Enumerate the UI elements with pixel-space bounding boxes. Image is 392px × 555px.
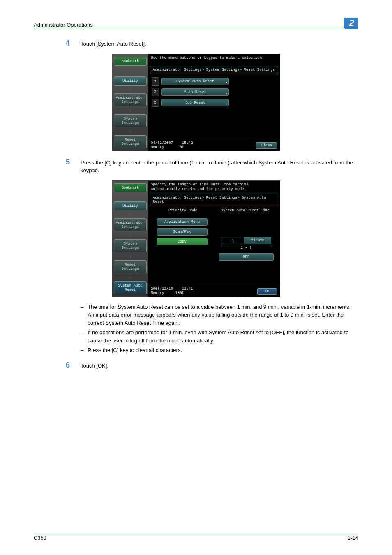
menu-number-3: 3 <box>152 99 159 107</box>
system-auto-reset-button[interactable]: System Auto Reset <box>161 78 229 85</box>
admin-settings-button[interactable]: Administrator Settings <box>114 218 147 231</box>
utility-button[interactable]: Utility <box>114 76 147 86</box>
model-code: C353 <box>34 535 46 541</box>
breadcrumb: Administrator Settings> Reset Settings> … <box>150 194 278 206</box>
down-arrow-icon: ↓ <box>129 212 132 217</box>
ok-button[interactable]: OK <box>257 288 277 295</box>
job-reset-button[interactable]: Job Reset <box>161 99 229 106</box>
step-4-number: 4 <box>66 39 81 48</box>
down-arrow-icon: ↓ <box>129 87 132 92</box>
copy-button[interactable]: Copy <box>157 238 208 245</box>
screenshot-system-auto-reset: Bookmark Utility ↓ Administrator Setting… <box>112 180 280 297</box>
menu-number-1: 1 <box>152 77 159 86</box>
screen-time: 15:42 <box>182 141 193 145</box>
note-3: Press the [C] key to clear all character… <box>88 346 182 354</box>
bookmark-button[interactable]: Bookmark <box>114 183 147 192</box>
application-menu-button[interactable]: Application Menu <box>157 218 208 226</box>
down-arrow-icon: ↓ <box>129 275 132 280</box>
bullet-dash: – <box>81 303 83 327</box>
priority-mode-header: Priority Mode <box>152 208 214 213</box>
down-arrow-icon: ↓ <box>129 254 132 259</box>
step-5-number: 5 <box>66 158 81 167</box>
memory-value: 100% <box>175 291 184 295</box>
scan-fax-button[interactable]: Scan/Fax <box>157 228 208 236</box>
off-button[interactable]: OFF <box>219 253 274 261</box>
step-6-number: 6 <box>66 361 81 370</box>
admin-settings-button[interactable]: Administrator Settings <box>114 93 147 106</box>
chapter-number: 2 <box>344 18 358 29</box>
memory-value: 0% <box>180 145 184 149</box>
memory-label: Memory <box>151 291 164 295</box>
down-arrow-icon: ↓ <box>129 233 132 238</box>
reset-settings-button[interactable]: Reset Settings <box>114 135 147 148</box>
system-settings-button[interactable]: System Settings <box>114 114 147 127</box>
note-2: If no operations are performed for 1 min… <box>88 328 358 345</box>
bullet-dash: – <box>81 346 83 354</box>
minute-value: 1 <box>221 237 244 244</box>
screen-date: 04/02/2007 <box>151 141 173 145</box>
step-4-text: Touch [System Auto Reset]. <box>81 39 358 48</box>
step-5-text: Press the [C] key and enter the period o… <box>81 158 358 175</box>
bookmark-button[interactable]: Bookmark <box>114 57 147 66</box>
screen-prompt: Use the menu buttons or keypad to make a… <box>148 54 280 65</box>
memory-label: Memory <box>151 145 164 149</box>
screen-date: 2008/12/10 <box>151 287 173 291</box>
minute-unit: Minute <box>244 237 271 244</box>
system-settings-button[interactable]: System Settings <box>114 239 147 252</box>
reset-settings-button[interactable]: Reset Settings <box>114 260 147 273</box>
minute-range: 1 - 9 <box>240 246 251 250</box>
note-1: The time for System Auto Reset can be se… <box>88 303 358 327</box>
menu-number-2: 2 <box>152 88 159 96</box>
down-arrow-icon: ↓ <box>129 129 132 134</box>
down-arrow-icon: ↓ <box>129 108 132 113</box>
screen-time: 11:41 <box>182 287 193 291</box>
screenshot-reset-settings: Bookmark Utility ↓ Administrator Setting… <box>112 54 280 151</box>
breadcrumb: Administrator Settings> System Settings>… <box>150 66 278 74</box>
system-auto-reset-crumb[interactable]: System Auto Reset <box>114 281 147 294</box>
utility-button[interactable]: Utility <box>114 201 147 210</box>
auto-reset-time-header: System Auto Reset Time <box>214 208 277 213</box>
page-number: 2-14 <box>348 535 358 541</box>
bullet-dash: – <box>81 328 83 345</box>
step-6-text: Touch [OK]. <box>81 361 358 370</box>
section-title: Administrator Operations <box>34 22 93 28</box>
screen-prompt: Specify the length of time until the mac… <box>148 181 280 193</box>
close-button[interactable]: Close <box>256 142 277 149</box>
auto-reset-button[interactable]: Auto Reset <box>161 88 229 96</box>
